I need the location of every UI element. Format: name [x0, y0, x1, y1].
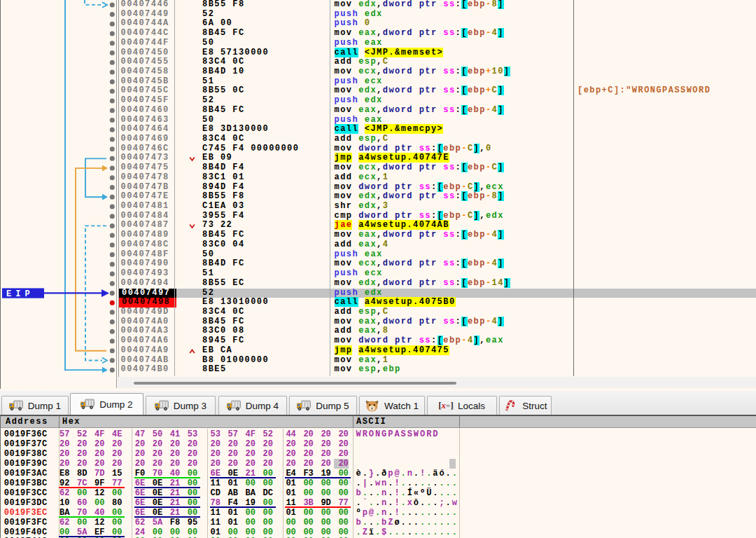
hex-byte-cell[interactable]: 20: [135, 459, 147, 469]
instruction-dot[interactable]: [110, 252, 115, 257]
hex-byte-cell[interactable]: 20: [170, 439, 182, 449]
hex-byte-cell[interactable]: 20: [263, 459, 275, 469]
instruction-cell[interactable]: push 0: [335, 19, 371, 29]
hex-byte-cell[interactable]: 41: [170, 429, 182, 439]
hex-byte-cell[interactable]: 20: [263, 439, 275, 449]
hex-byte-cell[interactable]: 20: [153, 439, 164, 449]
hex-byte-cell[interactable]: 00: [286, 527, 298, 537]
opcode-bytes-cell[interactable]: B8 01000000: [202, 356, 269, 366]
address-cell[interactable]: 00407478: [121, 173, 169, 183]
opcode-bytes-cell[interactable]: 3955 F4: [202, 212, 245, 221]
column-separator-comments[interactable]: [573, 0, 574, 376]
hex-byte-cell[interactable]: 12: [94, 488, 106, 498]
instruction-dot[interactable]: [110, 166, 115, 171]
hex-byte-cell[interactable]: 50: [153, 429, 164, 439]
hex-byte-cell[interactable]: 00: [338, 508, 350, 518]
instruction-dot[interactable]: [110, 204, 115, 209]
instruction-dot[interactable]: [110, 137, 115, 142]
instruction-cell[interactable]: mov dword ptr ss:[ebp-C],0: [335, 144, 492, 154]
hex-byte-cell[interactable]: 20: [211, 439, 223, 449]
header-separator[interactable]: [59, 416, 59, 428]
opcode-bytes-cell[interactable]: 8B45 FC: [202, 29, 245, 39]
hex-byte-cell[interactable]: 7D: [94, 469, 106, 478]
disasm-horizontal-scrollbar[interactable]: [118, 377, 756, 388]
opcode-bytes-cell[interactable]: 8B55 EC: [202, 279, 245, 289]
hex-byte-cell[interactable]: 57: [59, 429, 71, 439]
instruction-cell[interactable]: mov edx,dword ptr ss:[ebp+C]: [335, 86, 504, 96]
opcode-bytes-cell[interactable]: C745 F4 00000000: [202, 144, 299, 154]
instruction-dot[interactable]: [110, 319, 115, 324]
hex-byte-cell[interactable]: 57: [228, 429, 240, 439]
instruction-cell[interactable]: jmp a4wsetup.407475: [335, 346, 449, 356]
header-separator[interactable]: [459, 416, 460, 428]
ascii-char-cell[interactable]: .: [452, 527, 459, 537]
tab-dump-2[interactable]: Dump 2: [70, 393, 144, 415]
instruction-dot[interactable]: [110, 50, 115, 55]
instruction-dot[interactable]: [110, 291, 115, 296]
dump-row[interactable]: 0019F37C20202020202020202020202020202020: [1, 439, 756, 449]
instruction-dot[interactable]: [110, 262, 115, 267]
address-cell[interactable]: 00407487: [121, 221, 169, 230]
hex-byte-cell[interactable]: 20: [246, 449, 258, 459]
instruction-dot[interactable]: [110, 99, 115, 104]
address-cell[interactable]: 00407473: [121, 153, 169, 163]
instruction-dot[interactable]: [110, 329, 115, 334]
opcode-bytes-cell[interactable]: 894D F4: [202, 183, 245, 193]
hex-byte-cell[interactable]: 01: [286, 488, 298, 498]
hex-byte-cell[interactable]: DC: [263, 488, 275, 498]
instruction-dot[interactable]: [110, 79, 115, 84]
instruction-cell[interactable]: push edx: [335, 10, 383, 20]
tab-dump-3[interactable]: Dump 3: [146, 396, 216, 415]
instruction-cell[interactable]: mov ecx,dword ptr ss:[ebp-4]: [335, 259, 504, 269]
dump-row[interactable]: 0019F40C005AEF00240000000100000000000000…: [1, 527, 756, 537]
hex-byte-cell[interactable]: 20: [286, 449, 298, 459]
address-cell[interactable]: 004074AB: [121, 356, 169, 366]
instruction-cell[interactable]: call <JMP.&memcpy>: [335, 125, 444, 134]
dump-address-cell[interactable]: 0019F39C: [4, 459, 48, 469]
hex-byte-cell[interactable]: 20: [153, 459, 164, 469]
hex-byte-cell[interactable]: 20: [170, 449, 182, 459]
hex-byte-cell[interactable]: 00: [153, 527, 164, 537]
hex-byte-cell[interactable]: 01: [228, 518, 240, 527]
hex-byte-cell[interactable]: 20: [188, 449, 200, 459]
hex-byte-cell[interactable]: 00: [321, 518, 332, 527]
instruction-dot[interactable]: [110, 368, 115, 373]
hex-byte-cell[interactable]: 00: [321, 488, 332, 498]
opcode-bytes-cell[interactable]: C1EA 03: [202, 202, 245, 212]
hex-byte-cell[interactable]: 4F: [94, 429, 106, 439]
hex-byte-cell[interactable]: 20: [303, 459, 315, 469]
hex-byte-cell[interactable]: 47: [135, 429, 147, 439]
hex-byte-cell[interactable]: 20: [321, 449, 332, 459]
breakpoint-address-cell[interactable]: 00407498: [119, 298, 177, 308]
instruction-cell[interactable]: add eax,8: [335, 326, 389, 336]
hex-byte-cell[interactable]: 00: [170, 527, 182, 537]
hex-byte-cell[interactable]: 11: [211, 518, 223, 527]
hex-byte-cell[interactable]: 00: [112, 518, 124, 527]
opcode-bytes-cell[interactable]: 8B4D 10: [202, 67, 245, 77]
hex-byte-cell[interactable]: 00: [77, 488, 89, 498]
opcode-bytes-cell[interactable]: 8B45 FC: [202, 317, 245, 327]
hex-byte-cell[interactable]: 20: [321, 459, 332, 469]
hex-byte-cell[interactable]: 00: [94, 498, 106, 508]
ascii-char-cell[interactable]: [452, 449, 459, 459]
hex-byte-cell[interactable]: 20: [135, 439, 147, 449]
ascii-char-cell[interactable]: .: [452, 488, 459, 498]
address-cell[interactable]: 0040744C: [121, 29, 169, 39]
opcode-bytes-cell[interactable]: 8B55 0C: [202, 86, 245, 96]
hex-byte-cell[interactable]: 62: [59, 518, 71, 527]
hex-byte-cell[interactable]: 20: [303, 429, 315, 439]
instruction-cell[interactable]: push ecx: [335, 269, 383, 279]
hex-byte-cell[interactable]: 20: [228, 439, 240, 449]
instruction-dot[interactable]: [110, 32, 115, 36]
address-cell[interactable]: 00407460: [121, 106, 169, 116]
hex-byte-cell[interactable]: 00: [338, 527, 350, 537]
hex-byte-cell[interactable]: 52: [77, 429, 89, 439]
ascii-char-cell[interactable]: .: [452, 508, 459, 518]
instruction-cell[interactable]: push eax: [335, 116, 383, 125]
dump-address-cell[interactable]: 0019F3CC: [4, 488, 48, 498]
instruction-dot[interactable]: [110, 2, 115, 7]
dump-address-cell[interactable]: 0019F36C: [4, 429, 48, 439]
instruction-cell[interactable]: push edx: [335, 96, 383, 106]
instruction-cell[interactable]: push edx: [335, 289, 383, 298]
instruction-dot[interactable]: [110, 348, 115, 353]
